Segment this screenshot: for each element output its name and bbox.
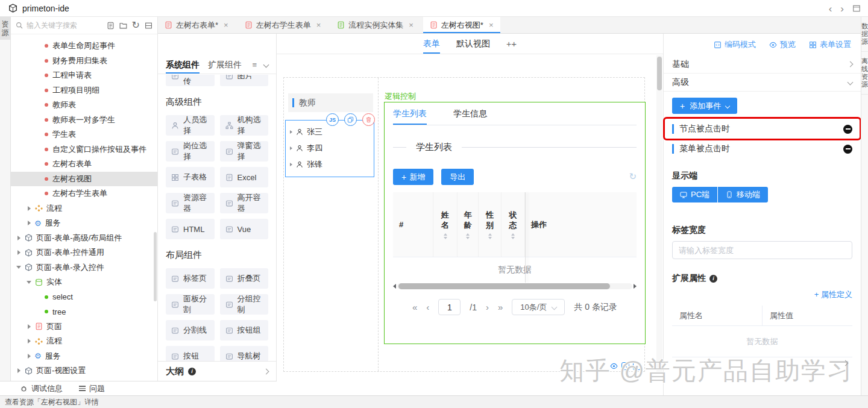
component-chip[interactable]: 岗位选择 xyxy=(166,141,215,162)
component-chip[interactable]: 机构选择 xyxy=(220,115,269,136)
doc-tab[interactable]: 流程实例实体集× xyxy=(330,17,420,33)
tree-item[interactable]: 左树右视图 xyxy=(11,172,157,187)
current-page-box[interactable]: 1 xyxy=(438,299,461,315)
component-chip[interactable]: 高开容器 xyxy=(220,193,269,213)
component-chip[interactable]: 附件上传 xyxy=(166,75,215,86)
add-view-tab[interactable]: + xyxy=(506,34,517,54)
remove-event-icon[interactable] xyxy=(843,125,852,134)
tree-item[interactable]: ⚙服务 xyxy=(11,349,157,364)
sort-desc-icon[interactable] xyxy=(511,237,515,239)
tree-item[interactable]: 页面-表单-高级/布局组件 xyxy=(11,231,157,246)
window-layout-icon[interactable] xyxy=(852,4,861,13)
tree-item[interactable]: 页面 xyxy=(11,319,157,334)
tree-item[interactable]: 页面-表单-录入控件 xyxy=(11,260,157,275)
view-tab[interactable]: 默认视图 xyxy=(456,34,490,54)
component-chip[interactable]: 折叠页 xyxy=(220,268,269,289)
component-chip[interactable]: HTML xyxy=(166,219,215,239)
last-page-icon[interactable]: » xyxy=(498,303,503,312)
folder-icon[interactable] xyxy=(119,22,127,30)
close-icon[interactable]: × xyxy=(409,20,414,30)
tab-system-components[interactable]: 系统组件 xyxy=(166,56,200,74)
doc-tab[interactable]: 左树右表单*× xyxy=(158,17,235,33)
logic-control-container[interactable]: 学生列表学生信息 学生列表 +新增 导出 ↻ #姓名年龄性别状态操作 暂无数据 xyxy=(384,102,646,344)
section-basic[interactable]: 基础 xyxy=(664,55,861,74)
sort-desc-icon[interactable] xyxy=(444,237,447,239)
caret-right-icon[interactable] xyxy=(290,130,292,134)
tree-item[interactable]: ⚙服务 xyxy=(11,216,157,231)
sort-icons[interactable] xyxy=(444,233,447,239)
caret-right-icon[interactable] xyxy=(290,163,292,166)
sort-asc-icon[interactable] xyxy=(511,233,515,236)
table-refresh-icon[interactable]: ↻ xyxy=(629,172,637,181)
form-root-container[interactable]: 教师 JS 张三李四张锋 逻辑控制 学生列表学生信息 学生列表 xyxy=(283,77,645,372)
table-column-header[interactable]: 姓名 xyxy=(433,192,458,257)
tree-node[interactable]: 李四 xyxy=(286,140,374,156)
sort-asc-icon[interactable] xyxy=(466,233,470,236)
tree-item[interactable]: tree xyxy=(11,304,157,319)
tree-item[interactable]: 教师表一对多学生 xyxy=(11,113,157,128)
preview-eye-button[interactable]: 预览 xyxy=(769,39,796,50)
problems-tab[interactable]: 问题 xyxy=(79,383,105,394)
add-button[interactable]: +新增 xyxy=(393,169,433,185)
component-chip[interactable]: Vue xyxy=(220,219,269,239)
tree-widget-header[interactable]: 教师 xyxy=(288,93,373,112)
component-chip[interactable]: 标签页 xyxy=(166,268,215,289)
caret-right-icon[interactable] xyxy=(290,146,292,150)
js-badge-icon[interactable]: JS xyxy=(326,113,339,126)
component-chip[interactable]: 人员选择 xyxy=(166,115,215,136)
tree-item[interactable]: 页面-视图设置 xyxy=(11,363,157,378)
tree-widget[interactable]: JS 张三李四张锋 xyxy=(285,120,374,177)
doc-tab[interactable]: 左树右学生表单× xyxy=(238,17,328,33)
table-column-header[interactable]: 性别 xyxy=(479,192,502,257)
sort-icons[interactable] xyxy=(511,233,515,239)
tree-item[interactable]: 教师表 xyxy=(11,98,157,113)
scrollbar-thumb[interactable] xyxy=(398,283,610,289)
right-strip-tab[interactable]: 离线资源 xyxy=(861,52,868,95)
mobile-side-button[interactable]: 移动端 xyxy=(718,187,768,202)
canvas-scrollbar[interactable] xyxy=(656,55,662,374)
component-collapse-icon[interactable] xyxy=(263,62,269,68)
tree-item[interactable]: 学生表 xyxy=(11,127,157,142)
sidebar-scrollbar[interactable] xyxy=(154,232,157,301)
close-icon[interactable]: × xyxy=(489,20,494,30)
tree-item[interactable]: 表单生命周起事件 xyxy=(11,39,157,54)
close-icon[interactable]: × xyxy=(224,20,228,30)
page-size-select[interactable]: 10条/页 xyxy=(512,299,565,315)
sort-icons[interactable] xyxy=(488,233,492,239)
tree-node[interactable]: 张锋 xyxy=(286,156,374,172)
export-button[interactable]: 导出 xyxy=(441,169,474,185)
close-icon[interactable]: × xyxy=(316,20,321,30)
view-tab[interactable]: 表单 xyxy=(423,34,440,54)
horizontal-scrollbar[interactable] xyxy=(393,283,637,290)
right-strip-tab[interactable]: 数据源 xyxy=(861,17,868,52)
tree-item[interactable]: 工程项目明细 xyxy=(11,83,157,98)
table-column-header[interactable]: 状态 xyxy=(502,192,525,257)
nav-back-icon[interactable]: ‹ xyxy=(829,4,832,14)
import-resource-icon[interactable] xyxy=(107,22,115,30)
nav-forward-icon[interactable]: › xyxy=(840,4,844,14)
doc-tab[interactable]: 左树右视图*× xyxy=(423,17,500,33)
label-width-input[interactable] xyxy=(672,241,852,259)
tree-item[interactable]: select xyxy=(11,290,157,305)
sort-asc-icon[interactable] xyxy=(444,233,447,236)
tree-item[interactable]: 自定义窗口操作按钮及事件 xyxy=(11,142,157,157)
first-page-icon[interactable]: « xyxy=(412,303,417,312)
sort-desc-icon[interactable] xyxy=(466,237,470,239)
event-item[interactable]: 菜单被点击时 xyxy=(672,141,852,157)
component-chip[interactable]: 子表格 xyxy=(166,167,215,187)
component-chip[interactable]: 图片 xyxy=(220,75,269,86)
component-menu-icon[interactable]: ≡ xyxy=(252,60,257,69)
remove-event-icon[interactable] xyxy=(843,145,852,154)
form-settings-button[interactable]: 表单设置 xyxy=(809,39,851,50)
pc-side-button[interactable]: PC端 xyxy=(672,187,717,202)
prev-page-icon[interactable]: ‹ xyxy=(426,303,429,312)
delete-icon[interactable] xyxy=(362,113,375,126)
sort-asc-icon[interactable] xyxy=(488,233,492,236)
resource-strip-tab[interactable]: 资源 xyxy=(0,17,10,40)
component-chip[interactable]: 按钮 xyxy=(166,346,215,361)
tree-item[interactable]: 财务费用归集表 xyxy=(11,54,157,69)
tree-item[interactable]: 左树右表单 xyxy=(11,157,157,172)
collapse-all-icon[interactable] xyxy=(145,22,153,30)
event-item[interactable]: 节点被点击时 xyxy=(672,121,852,137)
detail-tab[interactable]: 学生信息 xyxy=(453,102,487,125)
